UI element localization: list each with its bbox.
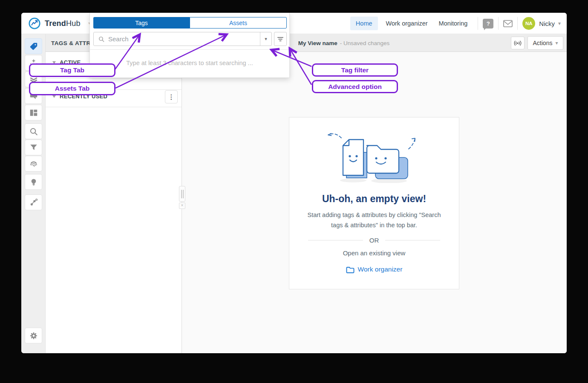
- tab-tags[interactable]: Tags: [93, 17, 190, 29]
- dashboard-grid-icon: [29, 108, 38, 117]
- chevron-down-icon: ▾: [555, 40, 558, 46]
- collapse-chevron-icon[interactable]: [52, 95, 56, 98]
- sidebar-item-tags[interactable]: [25, 38, 42, 54]
- empty-state-subtitle: Open an existing view: [289, 249, 459, 257]
- sidebar-item-filter[interactable]: [25, 140, 42, 155]
- user-name[interactable]: Nicky: [539, 20, 555, 27]
- search-hint: Type at least 3 characters to start sear…: [90, 60, 289, 66]
- tag-filter-dropdown[interactable]: ▾: [260, 32, 271, 46]
- annotation-tag-tab: Tag Tab: [29, 63, 115, 77]
- tags-attributes-panel: ACTIVE RECENTLY USED ⋮: [46, 52, 182, 353]
- nav-work-organizer[interactable]: Work organizer: [380, 20, 433, 27]
- user-menu-caret-icon[interactable]: ▾: [558, 20, 561, 26]
- empty-state-title: Uh-oh, an empty view!: [289, 193, 459, 205]
- brand-name: TrendHub: [45, 19, 81, 28]
- divider: [90, 49, 289, 50]
- sidebar-item-ideas[interactable]: [25, 174, 42, 190]
- filter-lines-icon: [277, 36, 284, 42]
- tab-assets[interactable]: Assets: [190, 17, 287, 29]
- broadcast-icon: [513, 40, 522, 46]
- annotation-advanced-option: Advanced option: [312, 80, 398, 93]
- funnel-icon: [29, 143, 38, 152]
- top-navigation: Home Work organizer Monitoring ? NA Nick…: [350, 13, 561, 34]
- lightbulb-icon: [29, 177, 38, 187]
- close-icon: ×: [181, 203, 184, 208]
- sidebar-item-settings[interactable]: [25, 328, 42, 343]
- search-row: ▾: [93, 32, 287, 46]
- empty-state-illustration: [289, 132, 459, 185]
- annotation-tag-filter: Tag filter: [312, 63, 398, 77]
- panel-collapse-button[interactable]: ×: [179, 203, 185, 209]
- gear-icon: [29, 331, 38, 340]
- search-box: ▾: [93, 32, 272, 46]
- nav-home[interactable]: Home: [350, 17, 378, 30]
- question-icon: ?: [487, 20, 490, 27]
- fingerprint-icon: [29, 159, 38, 169]
- actions-button[interactable]: Actions ▾: [527, 36, 563, 50]
- search-tabs: Tags Assets: [93, 17, 287, 29]
- folder-icon: [346, 266, 355, 273]
- search-icon: [29, 127, 38, 136]
- view-canvas: Uh-oh, an empty view! Start adding tags …: [182, 52, 567, 353]
- search-input[interactable]: [108, 35, 260, 43]
- panel-resize-handle[interactable]: [179, 186, 185, 202]
- section-menu-button[interactable]: ⋮: [165, 90, 178, 103]
- divider: [498, 17, 499, 30]
- advanced-option-button[interactable]: [274, 32, 287, 46]
- sidebar-item-context[interactable]: [25, 194, 42, 210]
- tag-icon: [29, 42, 38, 51]
- work-organizer-link[interactable]: Work organizer: [346, 266, 403, 273]
- divider: [478, 17, 478, 30]
- empty-state-card: Uh-oh, an empty view! Start adding tags …: [289, 117, 459, 289]
- view-status: - Unsaved changes: [340, 40, 389, 46]
- kebab-icon: ⋮: [168, 93, 175, 101]
- chevron-down-icon: ▾: [265, 36, 267, 42]
- user-avatar[interactable]: NA: [522, 17, 535, 30]
- search-popup: Tags Assets ▾ Type at least 3 characters…: [89, 13, 290, 78]
- sidebar-item-dashboard[interactable]: [25, 105, 42, 120]
- sidebar-item-search[interactable]: [25, 123, 42, 139]
- envelope-icon: [503, 20, 513, 27]
- divider: [517, 17, 518, 30]
- or-divider: OR: [308, 237, 440, 244]
- sidebar-item-fingerprint[interactable]: [25, 156, 42, 171]
- nav-monitoring[interactable]: Monitoring: [433, 20, 473, 27]
- annotation-assets-tab: Assets Tab: [29, 82, 115, 95]
- search-icon: [98, 36, 105, 43]
- live-mode-button[interactable]: [511, 37, 525, 49]
- brand: TrendHub ▾: [28, 13, 91, 34]
- node-graph-icon: [29, 198, 38, 207]
- view-name: My View name: [298, 40, 337, 46]
- messages-button[interactable]: [503, 20, 513, 27]
- divider: [46, 78, 182, 79]
- empty-state-text: Start adding tags & attributes by clicki…: [289, 210, 459, 230]
- divider: [46, 107, 182, 107]
- help-button[interactable]: ?: [483, 19, 493, 29]
- trendhub-logo-icon: [28, 17, 41, 30]
